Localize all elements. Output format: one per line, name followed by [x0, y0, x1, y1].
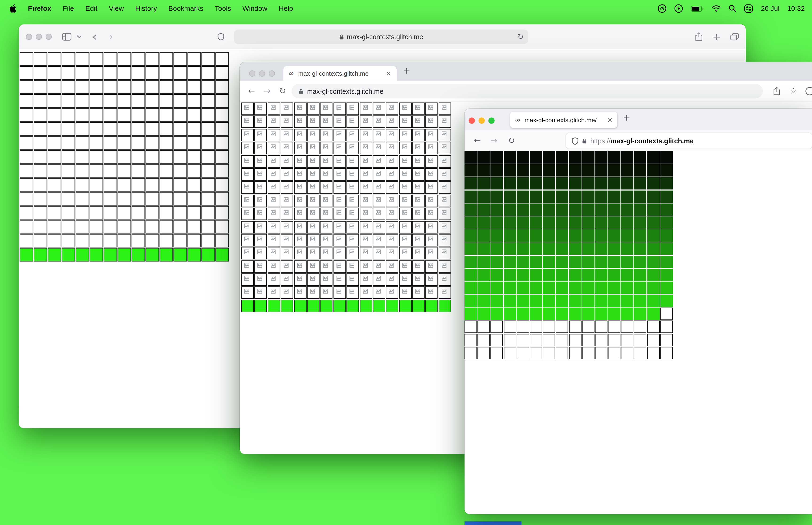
sidebar-icon[interactable]	[62, 33, 72, 41]
broken-image-icon	[362, 118, 368, 123]
menu-tools[interactable]: Tools	[215, 5, 231, 13]
minimize-window-button[interactable]	[259, 71, 265, 77]
url-bar[interactable]: max-gl-contexts.glitch.me ↻	[234, 30, 528, 44]
share-icon[interactable]	[695, 32, 703, 41]
broken-image-icon	[376, 289, 381, 294]
zoom-window-button[interactable]	[269, 71, 275, 77]
new-tab-button[interactable]: +	[623, 113, 630, 122]
bookmark-star-icon[interactable]: ☆	[790, 87, 797, 95]
gl-canvas-lost	[90, 66, 103, 80]
gl-canvas-lost	[173, 206, 187, 220]
active-app-name[interactable]: Firefox	[28, 5, 51, 13]
minimize-window-button[interactable]	[36, 34, 42, 40]
gl-canvas-lost	[62, 234, 75, 247]
reload-icon[interactable]: ↻	[517, 33, 523, 41]
menu-view[interactable]: View	[109, 5, 124, 13]
menu-history[interactable]: History	[135, 5, 157, 13]
broken-image-icon	[415, 249, 420, 255]
gl-canvas-active	[215, 248, 229, 261]
broken-image-icon	[310, 223, 315, 228]
tracking-shield-icon[interactable]	[572, 137, 579, 145]
gl-canvas-lost	[426, 168, 438, 181]
privacy-shield-icon[interactable]	[218, 33, 224, 41]
new-tab-button[interactable]: +	[403, 66, 410, 75]
menu-bar-clock[interactable]: 10:32	[787, 5, 805, 13]
gl-canvas-lost	[90, 80, 103, 93]
menu-bookmarks[interactable]: Bookmarks	[168, 5, 203, 13]
gl-canvas-active	[145, 248, 159, 261]
back-button[interactable]: ‹	[92, 31, 96, 42]
gl-canvas-blank	[504, 321, 516, 333]
broken-image-icon	[388, 210, 394, 215]
close-window-button[interactable]	[249, 71, 255, 77]
gl-canvas-lost	[333, 195, 346, 207]
reload-button[interactable]: ↻	[279, 87, 286, 95]
now-playing-icon[interactable]	[674, 4, 683, 13]
close-window-button[interactable]	[26, 34, 32, 40]
gl-canvas-lost	[267, 116, 280, 128]
broken-image-icon	[296, 131, 302, 137]
broken-image-icon	[362, 275, 368, 281]
gl-canvas-lost	[399, 142, 412, 154]
menu-help[interactable]: Help	[279, 5, 293, 13]
back-button[interactable]: ←	[474, 137, 481, 145]
gl-canvas-active	[333, 300, 346, 312]
gl-canvas-lost	[255, 221, 267, 234]
zoom-window-button[interactable]	[488, 118, 494, 124]
browser-tab[interactable]: ∞ max-gl-contexts.glitch.me ×	[284, 66, 397, 81]
gl-canvas-active	[608, 229, 621, 242]
forward-button[interactable]: →	[264, 87, 271, 95]
url-bar[interactable]: max-gl-contexts.glitch.me	[292, 84, 763, 99]
zoom-window-button[interactable]	[46, 34, 52, 40]
broken-image-icon	[270, 275, 276, 281]
tab-close-icon[interactable]: ×	[386, 70, 392, 77]
profile-avatar-icon[interactable]	[805, 87, 812, 95]
menu-file[interactable]: File	[63, 5, 74, 13]
spotlight-search-icon[interactable]	[729, 5, 737, 13]
forward-button[interactable]: →	[490, 137, 497, 145]
chevron-down-icon[interactable]	[77, 35, 82, 38]
control-center-icon[interactable]	[744, 4, 753, 13]
apple-menu-icon[interactable]	[10, 4, 17, 13]
broken-image-icon	[257, 105, 263, 110]
broken-image-icon	[362, 236, 368, 242]
gl-canvas-lost	[307, 142, 320, 154]
gl-canvas-active	[478, 282, 490, 294]
gl-canvas-active	[647, 282, 659, 294]
gl-canvas-lost	[333, 129, 346, 141]
gl-canvas-lost	[48, 136, 61, 149]
google-g-icon[interactable]: G	[658, 4, 667, 13]
broken-image-icon	[388, 223, 394, 228]
broken-image-icon	[388, 275, 394, 281]
gl-canvas-grid	[241, 103, 451, 312]
broken-image-icon	[349, 144, 355, 150]
broken-image-icon	[415, 275, 420, 281]
gl-canvas-active	[621, 151, 633, 164]
menu-window[interactable]: Window	[243, 5, 267, 13]
broken-image-icon	[402, 275, 408, 281]
wifi-icon[interactable]	[712, 5, 721, 12]
back-button[interactable]: ←	[248, 87, 255, 95]
gl-canvas-lost	[307, 260, 320, 273]
gl-canvas-active	[634, 255, 647, 268]
reload-button[interactable]: ↻	[508, 137, 515, 145]
menu-bar-date[interactable]: 26 Jul	[761, 5, 779, 13]
minimize-window-button[interactable]	[479, 118, 485, 124]
menu-edit[interactable]: Edit	[85, 5, 97, 13]
tab-close-icon[interactable]: ×	[607, 117, 613, 123]
battery-icon[interactable]	[691, 5, 704, 12]
close-window-button[interactable]	[469, 118, 475, 124]
share-icon[interactable]	[773, 87, 781, 95]
gl-canvas-active	[530, 242, 542, 255]
forward-button[interactable]: ›	[109, 31, 113, 42]
tab-overview-icon[interactable]	[730, 33, 739, 41]
new-tab-icon[interactable]: +	[713, 31, 721, 41]
lock-icon[interactable]	[582, 138, 587, 144]
browser-tab[interactable]: ∞ max-gl-contexts.glitch.me/ ×	[510, 112, 617, 128]
broken-image-icon	[415, 131, 420, 137]
gl-canvas-active	[478, 203, 490, 216]
broken-image-icon	[376, 144, 381, 150]
gl-canvas-lost	[320, 221, 333, 234]
url-bar[interactable]: https://max-gl-contexts.glitch.me	[566, 133, 812, 149]
gl-canvas-active	[187, 248, 201, 261]
